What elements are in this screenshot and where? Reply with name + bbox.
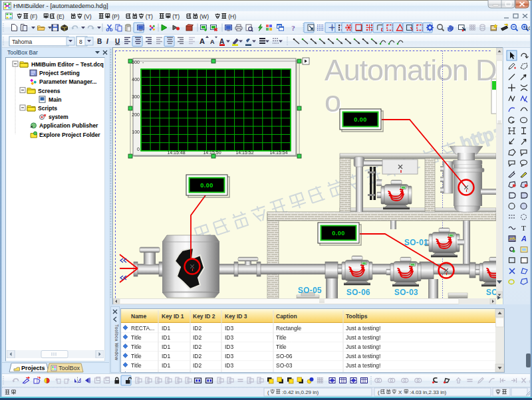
- svg-text:(: (: [378, 389, 380, 395]
- svg-text:Parameter Manager...: Parameter Manager...: [39, 78, 96, 85]
- svg-text:Key ID 2: Key ID 2: [193, 313, 215, 320]
- svg-text:ID1: ID1: [162, 362, 171, 369]
- svg-text:Title: Title: [276, 334, 287, 341]
- svg-text:ID3: ID3: [225, 325, 234, 332]
- svg-text:Just a testing!: Just a testing!: [346, 344, 380, 350]
- svg-text:Tahoma: Tahoma: [12, 39, 33, 45]
- svg-text:ToolBox: ToolBox: [59, 365, 80, 371]
- svg-text:Name: Name: [131, 313, 146, 320]
- svg-text:HMIBuim Editor – Test.dcq: HMIBuim Editor – Test.dcq: [31, 61, 104, 68]
- svg-text:RECTA...: RECTA...: [131, 325, 154, 332]
- svg-text:A: A: [521, 235, 527, 243]
- svg-text:0.00: 0.00: [332, 230, 345, 237]
- svg-text:8: 8: [79, 39, 82, 45]
- svg-text:Title: Title: [276, 344, 287, 350]
- svg-text:A: A: [219, 38, 224, 45]
- svg-text:(V): (V): [84, 13, 92, 20]
- svg-text:ID3: ID3: [225, 344, 234, 350]
- svg-text:I: I: [106, 38, 108, 45]
- svg-text:A: A: [210, 39, 215, 45]
- svg-text:200: 200: [132, 112, 140, 117]
- svg-text:0.00: 0.00: [354, 116, 367, 123]
- svg-text:Title: Title: [131, 344, 142, 350]
- svg-text:Application Publisher: Application Publisher: [39, 122, 98, 129]
- svg-text:(F): (F): [30, 13, 37, 20]
- svg-text:0.00: 0.00: [200, 182, 213, 189]
- svg-text:(T): (T): [146, 13, 153, 20]
- svg-text:Title: Title: [131, 353, 142, 359]
- svg-text:Title: Title: [131, 362, 142, 369]
- svg-text:Main: Main: [49, 96, 62, 103]
- svg-text:0: 0: [137, 147, 140, 151]
- svg-text:ID1: ID1: [162, 353, 171, 359]
- svg-text:Scripts: Scripts: [38, 105, 57, 112]
- svg-text:Just a testing!: Just a testing!: [346, 353, 380, 359]
- svg-text:A: A: [200, 37, 205, 45]
- svg-text:?: ?: [291, 24, 295, 32]
- svg-text:SO-: SO-: [486, 288, 496, 297]
- svg-text:ID2: ID2: [193, 362, 202, 369]
- svg-text:Tooltips: Tooltips: [346, 313, 368, 320]
- svg-text:100: 100: [525, 25, 530, 31]
- svg-text:Rectangle: Rectangle: [276, 325, 302, 332]
- svg-text:SO-06: SO-06: [276, 353, 293, 359]
- svg-text:ID1: ID1: [162, 334, 171, 341]
- svg-text:X: X: [398, 389, 402, 395]
- svg-text:Explore Project Folder: Explore Project Folder: [39, 132, 100, 138]
- svg-text:U: U: [115, 38, 120, 45]
- svg-text:(E): (E): [57, 13, 65, 20]
- svg-text:ID2: ID2: [193, 325, 202, 332]
- svg-text::0.42 in,0.29 in): :0.42 in,0.29 in): [282, 389, 319, 395]
- svg-text:ID2: ID2: [193, 334, 202, 341]
- svg-text:500: 500: [132, 60, 140, 64]
- svg-text:ID3: ID3: [225, 362, 234, 369]
- svg-text:system: system: [49, 114, 68, 120]
- svg-text:ID3: ID3: [225, 334, 234, 341]
- svg-text:14:15:48: 14:15:48: [167, 150, 185, 155]
- svg-text:ID2: ID2: [193, 353, 202, 359]
- svg-text::4.03 in,2.33 in): :4.03 in,2.33 in): [410, 389, 446, 395]
- svg-text:Caption: Caption: [276, 313, 297, 320]
- svg-text:T: T: [521, 224, 526, 232]
- svg-text:ID1: ID1: [162, 325, 171, 332]
- svg-text:14:15:54: 14:15:54: [269, 150, 287, 155]
- svg-text:100: 100: [132, 130, 140, 134]
- svg-text:SO-03: SO-03: [276, 362, 293, 369]
- svg-text:Just a testing!: Just a testing!: [346, 334, 380, 341]
- svg-text:o: o: [325, 84, 340, 118]
- svg-text:400: 400: [132, 77, 140, 82]
- svg-text:(: (: [267, 389, 269, 395]
- svg-text:Just a testing!: Just a testing!: [346, 362, 380, 369]
- svg-text:SO-05: SO-05: [298, 286, 322, 295]
- svg-text:Automation Dem: Automation Dem: [325, 53, 496, 87]
- svg-text:(W): (W): [200, 13, 209, 20]
- svg-text:ID1: ID1: [162, 344, 171, 350]
- svg-text:300: 300: [132, 94, 140, 99]
- svg-text:(H): (H): [228, 13, 236, 20]
- svg-text:Just a testing!: Just a testing!: [346, 325, 380, 332]
- svg-text:Screens: Screens: [38, 88, 61, 94]
- svg-text:ID2: ID2: [193, 344, 202, 350]
- svg-text:SO-01: SO-01: [404, 238, 428, 247]
- svg-text:Key ID 3: Key ID 3: [225, 313, 247, 320]
- svg-text:B: B: [97, 38, 102, 45]
- svg-text:SO-03: SO-03: [394, 288, 418, 297]
- svg-text:Project Setting: Project Setting: [39, 70, 80, 76]
- svg-text:Projects: Projects: [21, 365, 45, 371]
- svg-text:Key ID 1: Key ID 1: [162, 313, 184, 320]
- svg-text:ID3: ID3: [225, 353, 234, 359]
- svg-text:(P): (P): [112, 13, 120, 20]
- svg-text:(T): (T): [172, 13, 180, 20]
- svg-text:Title: Title: [131, 334, 142, 341]
- svg-text:SO-06: SO-06: [346, 288, 370, 297]
- svg-text:14:15:52: 14:15:52: [235, 150, 253, 155]
